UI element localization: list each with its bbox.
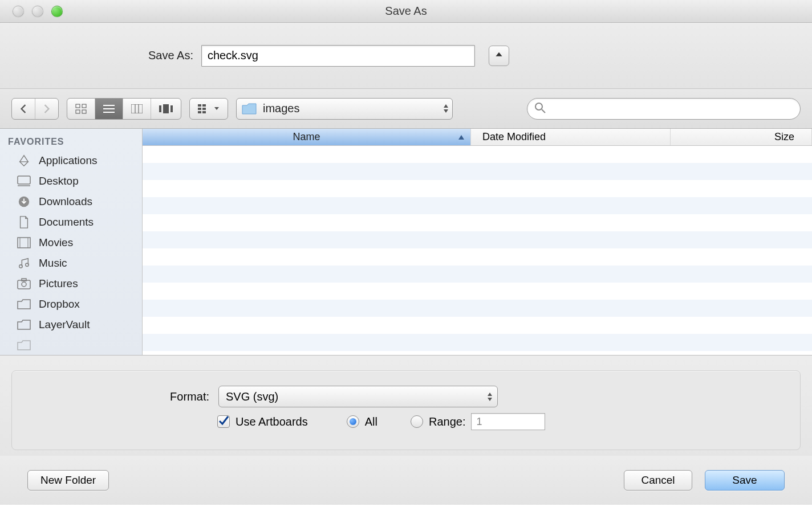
- popup-stepper-icon: [487, 392, 493, 402]
- sidebar-item-dropbox[interactable]: Dropbox: [0, 294, 142, 314]
- file-row-empty: [143, 146, 812, 163]
- dialog-footer: New Folder Cancel Save: [0, 456, 812, 505]
- pictures-icon: [16, 277, 32, 291]
- nav-back-button[interactable]: [12, 99, 35, 119]
- window-title: Save As: [0, 5, 812, 18]
- view-column-button[interactable]: [123, 99, 151, 119]
- artboards-range-label: Range:: [429, 415, 466, 428]
- svg-rect-12: [170, 105, 173, 112]
- file-row-empty: [143, 266, 812, 283]
- format-panel: Format: SVG (svg) Use Artboards A: [11, 370, 801, 450]
- path-stepper-icon: [443, 104, 449, 113]
- svg-rect-13: [198, 104, 201, 107]
- file-row-empty: [143, 248, 812, 266]
- format-panel-container: Format: SVG (svg) Use Artboards A: [0, 356, 812, 456]
- file-row-empty: [143, 334, 812, 351]
- svg-rect-0: [76, 104, 80, 108]
- format-label: Format:: [160, 390, 209, 403]
- file-area: Name Date Modified Size: [143, 129, 812, 355]
- nav-back-forward: [11, 98, 59, 120]
- sidebar-item-movies[interactable]: Movies: [0, 232, 142, 253]
- arrange-segment: [189, 98, 228, 120]
- svg-rect-14: [198, 108, 201, 110]
- icon-view-icon: [75, 104, 87, 114]
- file-browser: FAVORITES Applications Desktop Downloads…: [0, 129, 812, 356]
- svg-rect-24: [18, 238, 30, 248]
- sidebar-item-music[interactable]: Music: [0, 253, 142, 273]
- artboards-range-input[interactable]: [471, 413, 545, 430]
- file-row-empty: [143, 351, 812, 355]
- search-input[interactable]: [550, 103, 793, 115]
- sidebar-item-label: Applications: [39, 154, 97, 167]
- browser-toolbar: images: [0, 89, 812, 129]
- column-header-label: Size: [774, 131, 794, 143]
- svg-rect-10: [159, 105, 161, 112]
- nav-forward-button[interactable]: [35, 99, 58, 119]
- column-header-size[interactable]: Size: [671, 129, 812, 145]
- sidebar-item-downloads[interactable]: Downloads: [0, 191, 142, 212]
- artboards-range-radio[interactable]: [411, 415, 423, 428]
- svg-rect-15: [198, 111, 201, 113]
- file-row-empty: [143, 197, 812, 214]
- arrange-button[interactable]: [190, 99, 228, 119]
- sidebar-item-cutoff[interactable]: [0, 335, 142, 355]
- sidebar-item-label: Desktop: [39, 175, 79, 187]
- file-rows: [143, 146, 812, 355]
- path-popup[interactable]: images: [236, 98, 453, 120]
- svg-rect-16: [202, 104, 206, 107]
- sidebar-item-desktop[interactable]: Desktop: [0, 171, 142, 191]
- svg-rect-31: [22, 279, 26, 281]
- applications-icon: [16, 154, 32, 168]
- folder-icon: [241, 103, 257, 115]
- titlebar: Save As: [0, 0, 812, 23]
- chevron-down-icon: [214, 107, 220, 111]
- use-artboards-checkbox[interactable]: [217, 415, 230, 428]
- sidebar-section-header: FAVORITES: [0, 136, 142, 150]
- use-artboards-label: Use Artboards: [236, 415, 308, 428]
- list-view-icon: [103, 104, 115, 113]
- coverflow-view-icon: [159, 104, 173, 113]
- file-row-empty: [143, 317, 812, 334]
- file-row-empty: [143, 163, 812, 180]
- button-label: Cancel: [641, 474, 675, 487]
- save-button[interactable]: Save: [705, 470, 785, 491]
- column-view-icon: [131, 104, 143, 113]
- saveas-filename-input[interactable]: [201, 45, 475, 67]
- column-header-date[interactable]: Date Modified: [471, 129, 671, 145]
- artboards-all-label: All: [365, 415, 377, 428]
- collapse-toggle-button[interactable]: [489, 46, 509, 66]
- svg-rect-7: [131, 104, 143, 113]
- column-header-label: Name: [293, 131, 320, 143]
- button-label: New Folder: [40, 474, 96, 487]
- downloads-icon: [16, 195, 32, 209]
- cancel-button[interactable]: Cancel: [624, 470, 692, 491]
- search-icon: [534, 102, 546, 115]
- svg-rect-18: [202, 111, 206, 113]
- view-icon-button[interactable]: [67, 99, 95, 119]
- folder-icon: [16, 318, 32, 332]
- svg-rect-2: [76, 110, 80, 113]
- music-icon: [16, 256, 32, 270]
- new-folder-button[interactable]: New Folder: [27, 470, 109, 491]
- sidebar-item-pictures[interactable]: Pictures: [0, 273, 142, 294]
- view-list-button[interactable]: [95, 99, 123, 119]
- svg-point-19: [535, 103, 542, 110]
- sidebar-item-layervault[interactable]: LayerVault: [0, 314, 142, 335]
- desktop-icon: [16, 174, 32, 188]
- sidebar-item-label: Downloads: [39, 195, 92, 208]
- svg-rect-21: [18, 176, 30, 184]
- svg-rect-3: [82, 110, 86, 113]
- sidebar-item-label: Pictures: [39, 277, 78, 290]
- view-coverflow-button[interactable]: [151, 99, 181, 119]
- sidebar-item-label: Movies: [39, 236, 73, 249]
- checkmark-icon: [218, 415, 229, 428]
- format-popup[interactable]: SVG (svg): [218, 386, 498, 407]
- column-header-name[interactable]: Name: [143, 129, 471, 145]
- search-field[interactable]: [527, 98, 801, 120]
- artboards-all-radio[interactable]: [347, 415, 359, 428]
- file-row-empty: [143, 214, 812, 231]
- sidebar-item-documents[interactable]: Documents: [0, 212, 142, 232]
- sidebar-item-applications[interactable]: Applications: [0, 150, 142, 171]
- chevron-up-icon: [495, 51, 503, 60]
- svg-rect-11: [163, 104, 169, 113]
